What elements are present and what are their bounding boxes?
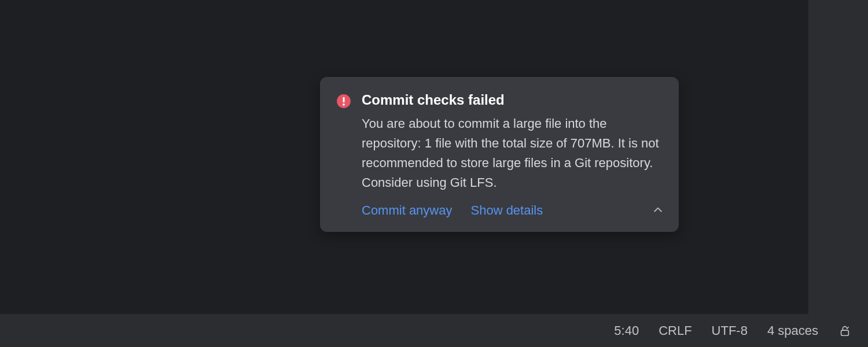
indent-setting[interactable]: 4 spaces: [767, 323, 818, 338]
line-separator[interactable]: CRLF: [659, 323, 692, 338]
svg-rect-3: [841, 330, 849, 335]
error-icon: [336, 94, 351, 109]
commit-checks-notification: Commit checks failed You are about to co…: [320, 77, 679, 232]
show-details-link[interactable]: Show details: [470, 203, 543, 218]
notification-body: Commit checks failed You are about to co…: [362, 92, 663, 218]
chevron-up-icon[interactable]: [652, 204, 664, 216]
commit-anyway-link[interactable]: Commit anyway: [362, 203, 452, 218]
right-sidebar-gutter: [808, 0, 868, 314]
file-encoding[interactable]: UTF-8: [712, 323, 748, 338]
cursor-position[interactable]: 5:40: [614, 323, 639, 338]
unlock-icon[interactable]: [838, 324, 852, 338]
svg-point-2: [343, 104, 345, 106]
notification-actions: Commit anyway Show details: [362, 203, 663, 218]
status-bar: 5:40 CRLF UTF-8 4 spaces: [0, 314, 868, 347]
notification-message: You are about to commit a large file int…: [362, 114, 663, 193]
notification-title: Commit checks failed: [362, 92, 663, 108]
svg-rect-1: [343, 97, 344, 102]
